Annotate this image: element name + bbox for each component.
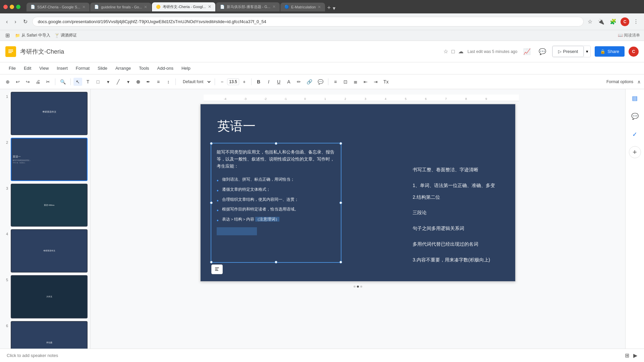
add-tool-button[interactable]: ⊕ (3, 78, 12, 86)
reader-mode-icon[interactable]: 📖 阅读清单 (618, 33, 640, 38)
resize-handle-tm[interactable] (275, 142, 277, 145)
slide-item-5[interactable]: 5 大作文 (3, 275, 88, 318)
undo-button[interactable]: ↩ (13, 78, 22, 86)
underline-button[interactable]: U (274, 78, 283, 86)
line-dropdown-button[interactable]: ▾ (124, 78, 132, 86)
menu-tools[interactable]: Tools (136, 64, 152, 72)
slide-canvas[interactable]: 英语一 能写不同类型的应用文，包括私人和公务信函、备忘录、报告等 (200, 104, 516, 282)
text-align-options[interactable]: ≡ (331, 78, 340, 86)
bookmark-safari[interactable]: 📁 从 Safari 中导入 (15, 33, 50, 38)
browser-tab-2[interactable]: 📄 guideline for finals - Go... ✕ (90, 3, 151, 11)
comments-panel-icon[interactable]: 💬 (629, 110, 641, 123)
bullet-list-button[interactable]: ⊡ (341, 78, 350, 86)
menu-arrange[interactable]: Arrange (112, 64, 134, 72)
text-color-button[interactable]: A (284, 78, 293, 86)
folder-icon[interactable]: □ (451, 49, 455, 55)
bookmark-bartender[interactable]: 🍸 调酒师证 (54, 33, 77, 38)
slide-item-1[interactable]: 1 考研英语作文 … (3, 92, 88, 135)
apps-icon[interactable]: ⊞ (4, 31, 11, 40)
present-dropdown-button[interactable]: ▾ (584, 46, 590, 57)
user-avatar[interactable]: C (629, 47, 639, 57)
comments-button[interactable]: 💬 (537, 46, 548, 57)
toolbar-expand-button[interactable]: ∧ (637, 79, 641, 84)
share-button[interactable]: 🔒 Share (595, 46, 625, 57)
text-box-button[interactable]: T (84, 78, 92, 86)
slide-thumbnail-3[interactable]: 英语 400ms (11, 184, 88, 227)
cursor-tool-button[interactable]: ↖ (73, 78, 82, 86)
text-box-tools[interactable] (211, 264, 223, 274)
back-button[interactable]: ‹ (4, 17, 10, 26)
shape-dropdown-button[interactable]: ▾ (104, 78, 112, 86)
indent-less-button[interactable]: ⇤ (361, 78, 370, 86)
increase-font-button[interactable]: + (240, 78, 249, 86)
print-button[interactable]: 🖨 (34, 78, 42, 86)
slide-thumbnail-1[interactable]: 考研英语作文 … (11, 92, 88, 135)
star-icon[interactable]: ☆ (443, 48, 448, 55)
browser-tab-5[interactable]: 🔵 E-Matriculation ✕ (280, 3, 325, 11)
italic-button[interactable]: I (264, 78, 273, 86)
reload-button[interactable]: ↻ (21, 17, 30, 26)
minimize-window-btn[interactable] (10, 5, 14, 9)
bold-button[interactable]: B (254, 78, 263, 86)
present-button[interactable]: ▷ Present (552, 46, 584, 57)
font-size-input[interactable] (227, 78, 239, 85)
menu-help[interactable]: Help (178, 64, 194, 72)
numbered-list-button[interactable]: ≣ (351, 78, 360, 86)
redo-button[interactable]: ↪ (23, 78, 32, 86)
zoom-button[interactable]: 🔍 (58, 78, 68, 86)
slide-item-2[interactable]: 2 📌 英语一 能写不同类型的应用文... 书写工整、卷面整洁... (3, 138, 88, 181)
text-box-main[interactable]: 能写不同类型的应用文，包括私人和公务信函、备忘录、报告等，以及一般性、叙述性、说… (211, 143, 341, 263)
slide-dot-2[interactable] (357, 286, 359, 288)
menu-view[interactable]: View (36, 64, 52, 72)
extensions-icon[interactable]: 🧩 (608, 17, 618, 26)
cloud-icon[interactable]: ☁ (458, 48, 464, 55)
tab-4-close[interactable]: ✕ (272, 4, 276, 9)
check-panel-icon[interactable]: ✓ (630, 128, 640, 141)
notes-bar[interactable]: Click to add speaker notes ⊞ ▶ (0, 349, 644, 362)
menu-edit[interactable]: Edit (20, 64, 35, 72)
resize-handle-bm[interactable] (275, 261, 277, 263)
line-spacing-button[interactable]: ↕ (164, 78, 173, 86)
tab-list-button[interactable]: ▾ (333, 5, 335, 11)
forward-button[interactable]: › (12, 17, 18, 26)
resize-handle-bl[interactable] (210, 261, 213, 263)
browser-user-avatar[interactable]: C (621, 17, 629, 26)
indent-more-button[interactable]: ⇥ (371, 78, 380, 86)
menu-format[interactable]: Format (72, 64, 93, 72)
add-panel-button[interactable]: + (629, 146, 641, 158)
link-button[interactable]: 🔗 (305, 78, 314, 86)
notes-more-icon[interactable]: ▶ (633, 352, 637, 359)
font-family-select[interactable]: Default font (178, 78, 212, 85)
resize-handle-tr[interactable] (339, 142, 342, 145)
slide-thumbnail-4[interactable]: 考研英语作文 (11, 229, 88, 273)
slide-dot-1[interactable] (354, 286, 356, 288)
fill-color-button[interactable]: ⬣ (134, 78, 143, 86)
slide-item-4[interactable]: 4 考研英语作文 (3, 229, 88, 273)
pin-icon[interactable]: 🔌 (596, 17, 606, 26)
line-tool-button[interactable]: ╱ (114, 78, 122, 86)
tab-1-close[interactable]: ✕ (82, 5, 86, 9)
slide-panel-toggle-icon[interactable]: ▤ (629, 92, 640, 105)
address-input[interactable] (32, 17, 584, 26)
slide-item-6[interactable]: 6 评估题 (3, 321, 88, 349)
close-window-btn[interactable] (3, 5, 8, 9)
resize-handle-mr[interactable] (339, 201, 342, 204)
notes-expand-icon[interactable]: ⊞ (625, 352, 629, 359)
notes-placeholder[interactable]: Click to add speaker notes (7, 353, 58, 358)
browser-tab-4[interactable]: 📄 新马俱乐部-播客选题 - G... ✕ (216, 2, 280, 11)
analytics-button[interactable]: 📈 (521, 46, 533, 57)
decrease-font-button[interactable]: − (218, 78, 226, 86)
browser-tab-1[interactable]: 📄 SSAT-Cheria - Google S... ✕ (26, 3, 90, 11)
slide-dot-3[interactable] (360, 286, 362, 288)
clear-format-button[interactable]: Tx (381, 78, 391, 86)
tab-3-close[interactable]: ✕ (208, 4, 211, 9)
new-tab-button[interactable]: + (327, 4, 331, 11)
resize-handle-br[interactable] (339, 261, 342, 263)
slide-thumbnail-2[interactable]: 📌 英语一 能写不同类型的应用文... 书写工整、卷面整洁... (11, 138, 88, 181)
resize-handle-tl[interactable] (210, 142, 213, 145)
menu-slide[interactable]: Slide (94, 64, 111, 72)
resize-handle-ml[interactable] (210, 201, 213, 204)
menu-insert[interactable]: Insert (53, 64, 71, 72)
paint-format-button[interactable]: ✂ (44, 78, 52, 86)
slide-item-3[interactable]: 3 英语 400ms (3, 184, 88, 227)
